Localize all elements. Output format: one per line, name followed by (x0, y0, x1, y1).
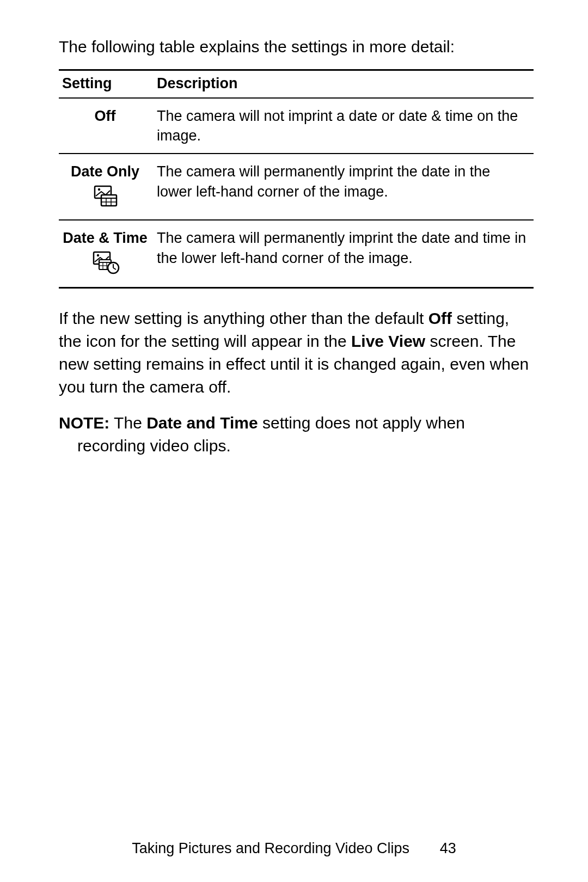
setting-date-only-desc: The camera will permanently imprint the … (157, 154, 534, 220)
page-footer: Taking Pictures and Recording Video Clip… (0, 840, 588, 857)
note-label: NOTE: (59, 414, 109, 432)
table-row: Date & Time (59, 220, 534, 287)
table-row: Off The camera will not imprint a date o… (59, 98, 534, 154)
note-paragraph: NOTE: The Date and Time setting does not… (59, 412, 534, 457)
setting-date-time-label: Date & Time (59, 228, 151, 248)
setting-off-desc: The camera will not imprint a date or da… (157, 98, 534, 154)
col-header-setting: Setting (59, 70, 157, 98)
settings-table: Setting Description Off The camera will … (59, 69, 534, 289)
para-bold-liveview: Live View (351, 332, 425, 350)
svg-point-1 (98, 188, 100, 191)
col-header-description: Description (157, 70, 534, 98)
footer-section: Taking Pictures and Recording Video Clip… (132, 840, 409, 856)
para-bold-off: Off (428, 309, 452, 327)
date-time-icon (91, 250, 119, 279)
page: The following table explains the setting… (0, 0, 588, 882)
body-paragraph: If the new setting is anything other tha… (59, 307, 534, 399)
setting-off-label: Off (59, 106, 151, 126)
svg-point-8 (97, 254, 99, 256)
setting-date-only-label: Date Only (59, 162, 151, 181)
note-text: The (109, 414, 146, 432)
footer-page-number: 43 (440, 840, 456, 857)
intro-text: The following table explains the setting… (59, 36, 534, 58)
svg-rect-2 (101, 195, 117, 206)
date-only-icon (91, 184, 119, 212)
para-text: If the new setting is anything other tha… (59, 309, 428, 327)
setting-date-time-desc: The camera will permanently imprint the … (157, 220, 534, 287)
table-row: Date Only The c (59, 154, 534, 220)
note-bold: Date and Time (146, 414, 258, 432)
